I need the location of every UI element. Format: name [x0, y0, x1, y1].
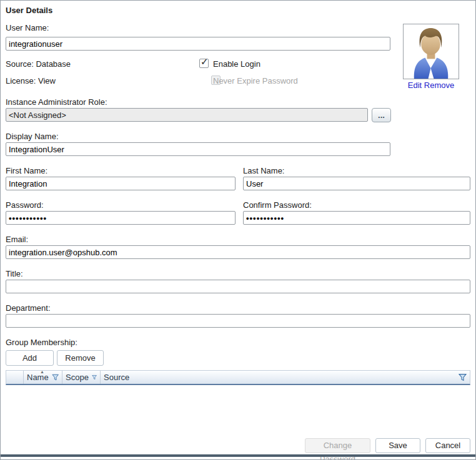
confirm-password-input[interactable] — [243, 211, 470, 225]
browse-role-button[interactable]: ... — [372, 108, 391, 122]
password-label: Password: — [6, 200, 44, 210]
source-label: Source: Database — [6, 59, 71, 69]
avatar-remove-link[interactable]: Remove — [424, 81, 454, 90]
grid-selector-column-header[interactable] — [6, 371, 24, 384]
title-label: Title: — [6, 269, 23, 278]
grid-column-scope-label: Scope — [66, 373, 89, 382]
user-name-label: User Name: — [6, 23, 49, 32]
group-membership-label: Group Membership: — [6, 338, 77, 347]
group-grid-body — [6, 386, 470, 431]
filter-icon[interactable] — [52, 373, 59, 381]
grid-column-source[interactable]: Source — [101, 371, 470, 384]
instance-admin-role-input[interactable] — [6, 108, 368, 122]
filter-icon[interactable] — [459, 373, 467, 381]
user-name-input[interactable] — [6, 37, 390, 51]
user-details-panel: User Details User Name: Source: Database… — [0, 0, 476, 460]
cancel-button[interactable]: Cancel — [425, 438, 470, 453]
confirm-password-label: Confirm Password: — [243, 200, 312, 210]
page-title: User Details — [6, 6, 52, 15]
license-label: License: View — [6, 76, 56, 86]
department-label: Department: — [6, 303, 51, 313]
display-name-input[interactable] — [6, 142, 390, 156]
email-input[interactable] — [6, 245, 470, 259]
group-grid-header: ▲ Name Scope Source — [6, 370, 470, 385]
avatar — [403, 24, 459, 79]
avatar-edit-link[interactable]: Edit — [408, 81, 422, 90]
last-name-label: Last Name: — [243, 166, 284, 175]
group-remove-button[interactable]: Remove — [57, 350, 104, 366]
title-input[interactable] — [6, 280, 470, 293]
first-name-input[interactable] — [6, 177, 236, 190]
never-expire-label: Never Expire Password — [213, 76, 298, 86]
panel-bottom-edge — [1, 454, 476, 457]
filter-icon[interactable] — [92, 373, 97, 381]
enable-login-label: Enable Login — [213, 59, 260, 69]
department-input[interactable] — [6, 314, 470, 328]
check-icon: ✓ — [201, 56, 209, 67]
email-label: Email: — [6, 235, 28, 244]
sort-asc-icon: ▲ — [40, 369, 44, 374]
grid-column-scope[interactable]: Scope — [62, 371, 101, 384]
grid-column-name-label: Name — [27, 373, 49, 382]
password-input[interactable] — [6, 211, 236, 225]
grid-column-name[interactable]: ▲ Name — [24, 371, 62, 384]
grid-column-source-label: Source — [104, 373, 129, 382]
avatar-image — [404, 24, 459, 79]
avatar-links: Edit Remove — [403, 81, 459, 90]
last-name-input[interactable] — [243, 177, 470, 190]
enable-login-checkbox[interactable]: ✓ — [199, 59, 209, 68]
group-add-button[interactable]: Add — [6, 350, 54, 366]
save-button[interactable]: Save — [375, 438, 420, 453]
display-name-label: Display Name: — [6, 132, 59, 141]
change-password-button: Change Password — [305, 438, 370, 453]
first-name-label: First Name: — [6, 166, 47, 175]
instance-admin-role-label: Instance Administrator Role: — [6, 97, 107, 107]
